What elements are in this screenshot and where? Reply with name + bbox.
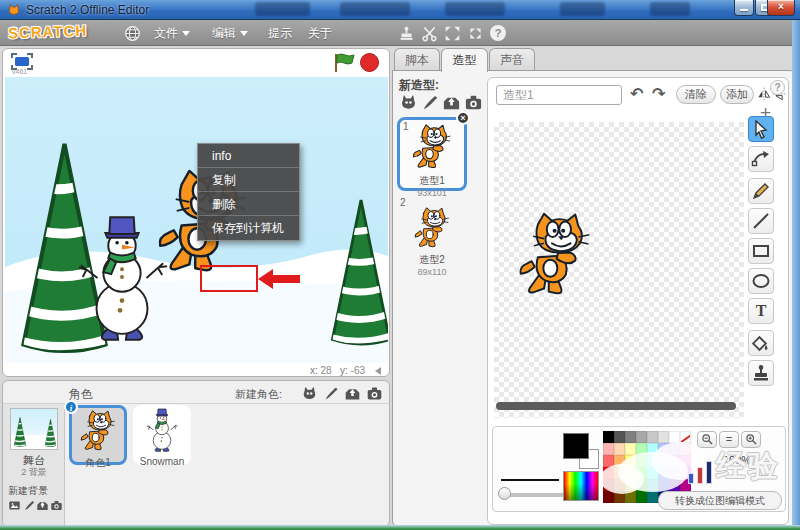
tool-ellipse[interactable] [748, 268, 774, 294]
palette-color[interactable] [647, 479, 658, 491]
palette-color[interactable] [669, 455, 680, 467]
tool-text[interactable]: T [748, 298, 774, 324]
menu-file[interactable]: 文件 [148, 20, 196, 46]
green-flag-icon[interactable] [333, 53, 355, 73]
stage-thumbnail[interactable] [10, 408, 58, 450]
palette-color[interactable] [614, 467, 625, 479]
palette-color[interactable] [603, 443, 614, 455]
stop-icon[interactable] [360, 53, 379, 72]
palette-color[interactable] [603, 491, 614, 503]
tool-pencil[interactable] [748, 178, 774, 204]
palette-color[interactable] [647, 455, 658, 467]
menu-about[interactable]: 关于 [302, 20, 338, 46]
tab-sounds[interactable]: 声音 [489, 48, 535, 71]
zoom-out-button[interactable] [697, 431, 717, 448]
palette-color[interactable] [680, 431, 691, 443]
menu-tips[interactable]: 提示 [262, 20, 298, 46]
sprite-card-cat[interactable]: 角色1 [69, 405, 127, 465]
clear-button[interactable]: 清除 [676, 85, 716, 104]
palette-color[interactable] [636, 479, 647, 491]
palette-color[interactable] [614, 431, 625, 443]
delete-costume-icon[interactable]: × [456, 111, 470, 125]
palette-color[interactable] [658, 455, 669, 467]
zoom-reset-button[interactable]: = [719, 431, 739, 448]
paint-canvas[interactable] [494, 122, 744, 418]
tab-costumes[interactable]: 造型 [441, 48, 488, 72]
context-menu-save-to-computer[interactable]: 保存到计算机 [198, 216, 299, 240]
sprite-card-snowman[interactable]: Snowman [133, 405, 191, 465]
language-globe-icon[interactable] [124, 25, 141, 42]
stage-canvas[interactable]: info 复制 删除 保存到计算机 [5, 77, 388, 363]
palette-color[interactable] [647, 443, 658, 455]
palette-color[interactable] [658, 467, 669, 479]
palette-color[interactable] [636, 455, 647, 467]
menu-edit[interactable]: 编辑 [206, 20, 254, 46]
palette-color[interactable] [669, 443, 680, 455]
palette-color[interactable] [625, 479, 636, 491]
palette-color[interactable] [625, 443, 636, 455]
tool-rectangle[interactable] [748, 238, 774, 264]
palette-color[interactable] [669, 431, 680, 443]
upload-backdrop-icon[interactable] [36, 499, 49, 512]
paint-help-icon[interactable]: ? [770, 80, 785, 95]
costume-name-input[interactable] [496, 85, 622, 105]
palette-color[interactable] [603, 455, 614, 467]
palette-color[interactable] [647, 491, 658, 503]
minimize-button[interactable] [734, 0, 754, 16]
palette-color[interactable] [636, 431, 647, 443]
tool-stamp[interactable] [748, 360, 774, 386]
delete-scissors-icon[interactable] [421, 25, 438, 42]
canvas-cat-costume[interactable] [516, 212, 594, 298]
convert-to-bitmap-button[interactable]: 转换成位图编辑模式 [658, 491, 782, 510]
palette-color[interactable] [680, 467, 691, 479]
context-menu-duplicate[interactable]: 复制 [198, 168, 299, 192]
palette-color[interactable] [614, 455, 625, 467]
upload-costume-icon[interactable] [442, 93, 461, 112]
palette-color[interactable] [625, 491, 636, 503]
palette-color[interactable] [680, 443, 691, 455]
shrink-icon[interactable] [467, 25, 484, 42]
block-help-icon[interactable]: ? [490, 25, 506, 41]
close-button[interactable]: × [767, 0, 795, 16]
palette-color[interactable] [636, 467, 647, 479]
costume-item-2[interactable]: 2 造型2 89x110 [397, 197, 467, 269]
palette-color[interactable] [625, 431, 636, 443]
redo-icon[interactable]: ↷ [652, 84, 665, 104]
new-sprite-library-icon[interactable] [301, 385, 318, 402]
sprite-info-badge[interactable]: i [64, 400, 78, 414]
camera-costume-icon[interactable] [464, 93, 483, 112]
context-menu-info[interactable]: info [198, 144, 299, 168]
palette-color[interactable] [658, 443, 669, 455]
upload-sprite-icon[interactable] [344, 385, 361, 402]
undo-icon[interactable]: ↶ [630, 84, 643, 104]
camera-backdrop-icon[interactable] [50, 499, 63, 512]
tool-line[interactable] [748, 208, 774, 234]
new-backdrop-library-icon[interactable] [8, 499, 21, 512]
canvas-horizontal-scrollbar[interactable] [496, 402, 736, 410]
camera-sprite-icon[interactable] [366, 385, 383, 402]
paint-new-sprite-icon[interactable] [323, 385, 340, 402]
palette-color[interactable] [669, 467, 680, 479]
palette-color[interactable] [603, 431, 614, 443]
tab-scripts[interactable]: 脚本 [394, 48, 440, 71]
palette-color[interactable] [614, 491, 625, 503]
palette-color[interactable] [636, 443, 647, 455]
palette-color[interactable] [614, 479, 625, 491]
context-menu-delete[interactable]: 删除 [198, 192, 299, 216]
line-width-slider-knob[interactable] [498, 487, 511, 500]
zoom-in-button[interactable] [741, 431, 761, 448]
grow-icon[interactable] [444, 25, 461, 42]
palette-color[interactable] [603, 479, 614, 491]
palette-color[interactable] [625, 467, 636, 479]
palette-color[interactable] [658, 479, 669, 491]
costume-item-1[interactable]: 1 造型1 93x101 [397, 117, 467, 191]
palette-color[interactable] [625, 455, 636, 467]
tool-fill[interactable] [748, 330, 774, 356]
tool-reshape[interactable] [748, 146, 774, 172]
duplicate-stamp-icon[interactable] [398, 25, 415, 42]
add-import-button[interactable]: 添加 [720, 85, 754, 104]
primary-color-swatch[interactable] [563, 433, 589, 459]
palette-color[interactable] [680, 455, 691, 467]
tool-select[interactable] [748, 116, 774, 142]
new-costume-library-icon[interactable] [399, 93, 418, 112]
